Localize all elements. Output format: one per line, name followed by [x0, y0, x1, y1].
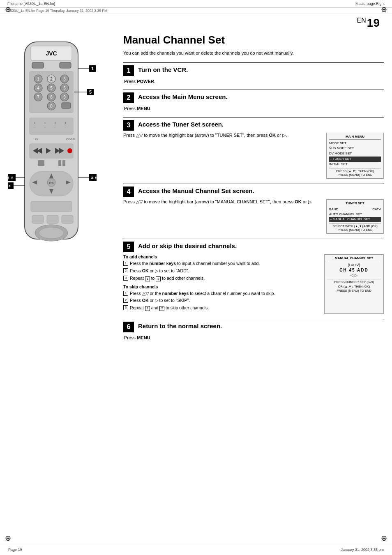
- step-6-period: .: [150, 335, 152, 340]
- svg-text:2 6: 2 6: [8, 184, 11, 188]
- svg-point-60: [39, 227, 64, 239]
- skip-item-3-num: 3: [123, 305, 128, 310]
- svg-rect-27: [30, 118, 73, 134]
- step-2-body: Press MENU.: [123, 105, 384, 112]
- header: Filename [VS30U_1a-EN.fm] Masterpage:Rig…: [0, 0, 392, 8]
- tuner-auto-channel: AUTO CHANNEL SET: [329, 212, 381, 217]
- page-subtitle: You can add the channels you want or del…: [123, 50, 384, 57]
- step-1-period: .: [154, 79, 155, 84]
- main-menu-footer: PRESS (▲,▼), THEN (OK)PRESS (MENU) TO EN…: [329, 168, 381, 177]
- step-3: 3 Access the Tuner Set screen. Press △▽ …: [123, 117, 384, 179]
- svg-text:+: +: [44, 121, 46, 125]
- svg-text:−: −: [34, 126, 36, 130]
- svg-text:3–5: 3–5: [91, 176, 97, 180]
- add-item-2-num: 2: [123, 268, 128, 273]
- svg-rect-57: [47, 215, 58, 223]
- en-label: EN: [357, 17, 366, 24]
- mcs-screen: MANUAL CHANNEL SET (CATV) CH 45 ADD ◁ ▷ …: [324, 254, 384, 314]
- step-5-text: To add channels 1 Press the number keys …: [123, 254, 320, 314]
- svg-text:+: +: [65, 121, 67, 125]
- step-6: 6 Return to the normal screen. Press MEN…: [123, 319, 384, 341]
- step-5-title: Add or skip the desired channels.: [138, 242, 237, 249]
- svg-text:2: 2: [50, 77, 53, 81]
- step-2-period: .: [150, 106, 152, 111]
- tuner-footer: SELECT WITH (▲,▼) AND (OK)PRESS (MENU) T…: [329, 223, 381, 232]
- skip-channels-section: To skip channels 1 Press △▽ or the numbe…: [123, 284, 320, 311]
- mcs-title: MANUAL CHANNEL SET: [327, 256, 381, 261]
- step-4-text: Press △▽ to move the highlight bar (arro…: [123, 199, 322, 205]
- step-1: 1 Turn on the VCR. Press POWER.: [123, 62, 384, 85]
- step-5: 5 Add or skip the desired channels. To a…: [123, 239, 384, 314]
- step-1-body: Press POWER.: [123, 78, 384, 85]
- skip-item-2: 2 Press OK or ▷ to set to "SKIP".: [123, 297, 320, 304]
- footer-date: January 31, 2002 3:35 pm: [341, 548, 384, 552]
- corner-bl: ⊕: [5, 534, 11, 543]
- step-6-num: 6: [123, 322, 134, 332]
- svg-text:5: 5: [50, 86, 53, 90]
- skip-item-2-text: Press OK or ▷ to set to "SKIP".: [130, 297, 190, 304]
- svg-text:−: −: [44, 126, 46, 130]
- svg-rect-55: [31, 201, 72, 212]
- page-title: Manual Channel Set: [123, 34, 384, 46]
- tuner-set-screen: TUNER SET BAND CATV AUTO CHANNEL SET – M…: [326, 199, 384, 234]
- svg-text:4: 4: [37, 86, 39, 90]
- main-menu-title: MAIN MENU: [329, 135, 381, 140]
- svg-rect-46: [58, 160, 61, 166]
- mcs-arrows: ◁ ▷: [327, 273, 381, 277]
- step-1-title: Turn on the VCR.: [138, 65, 188, 73]
- page-footer: Page 19 January 31, 2002 3:35 pm: [0, 544, 392, 555]
- step-4-content: Press △▽ to move the highlight bar (arro…: [123, 199, 384, 234]
- step-3-body: Press △▽ to move the highlight bar (arro…: [123, 133, 322, 138]
- skip-item-3: 3 Repeat 1 and 2 to skip other channels.: [123, 305, 320, 311]
- main-menu-vhs-mode: VHS MODE SET: [329, 146, 381, 151]
- tuner-set-title: TUNER SET: [329, 201, 381, 206]
- main-content: JVC 1 2 3 4 5 6: [0, 30, 392, 350]
- tuner-band-row: BAND CATV: [329, 207, 381, 211]
- add-channels-title: To add channels: [123, 254, 320, 259]
- svg-text:−: −: [54, 126, 56, 130]
- subheader-info: VS30U_1a-EN.fm Page 19 Thursday, January…: [7, 9, 107, 13]
- svg-text:EV: EV: [35, 138, 38, 140]
- svg-text:3: 3: [63, 77, 66, 81]
- step-1-power: POWER: [137, 79, 154, 84]
- svg-rect-56: [32, 215, 44, 223]
- step-3-title: Access the Tuner Set screen.: [138, 120, 224, 128]
- mcs-footer: PRESS NUMBER KEY (0–9)OR (▲,▼), THEN (OK…: [327, 279, 381, 293]
- step-1-press: Press: [124, 79, 137, 84]
- corner-br: ⊕: [381, 534, 387, 543]
- svg-text:OK: OK: [49, 182, 53, 184]
- step-2-menu: MENU: [137, 106, 150, 111]
- step-3-content: Press △▽ to move the highlight bar (arro…: [123, 133, 384, 179]
- corner-tl: ⊕: [5, 5, 11, 14]
- svg-text:3–5: 3–5: [8, 176, 14, 180]
- svg-text:+: +: [54, 121, 56, 125]
- tuner-catv-label: CATV: [372, 207, 381, 211]
- remote-svg: JVC 1 2 3 4 5 6: [8, 38, 97, 268]
- svg-text:9: 9: [63, 95, 66, 99]
- header-masterpage: Masterpage:Right: [355, 2, 385, 6]
- skip-item-1-num: 1: [123, 291, 128, 296]
- skip-item-1: 1 Press △▽ or the number keys to select …: [123, 290, 320, 297]
- add-item-1-text: Press the number keys to input a channel…: [130, 260, 260, 267]
- svg-rect-3: [32, 62, 44, 68]
- svg-rect-45: [38, 160, 44, 166]
- step-2-num: 2: [123, 92, 134, 103]
- main-menu-screen: MAIN MENU MODE SET VHS MODE SET DV MODE …: [326, 133, 384, 179]
- main-menu-initial: INITIAL SET: [329, 162, 381, 167]
- add-channels-section: To add channels 1 Press the number keys …: [123, 254, 320, 281]
- svg-text:0: 0: [50, 104, 53, 108]
- skip-channels-title: To skip channels: [123, 284, 320, 289]
- step-4: 4 Access the Manual Channel Set screen. …: [123, 184, 384, 234]
- step-2: 2 Access the Main Menu screen. Press MEN…: [123, 90, 384, 112]
- step-3-text: Press △▽ to move the highlight bar (arro…: [123, 133, 322, 138]
- mcs-ch-display: CH 45 ADD: [327, 268, 381, 272]
- corner-tr: ⊕: [381, 5, 387, 14]
- svg-rect-26: [62, 103, 71, 108]
- svg-text:8: 8: [50, 95, 53, 99]
- main-menu-mode-set: MODE SET: [329, 141, 381, 146]
- svg-rect-58: [62, 215, 73, 223]
- step-2-press: Press: [124, 106, 137, 111]
- skip-item-3-text: Repeat 1 and 2 to skip other channels.: [130, 305, 209, 311]
- page-number-area: EN19: [0, 14, 392, 30]
- svg-text:6: 6: [63, 86, 66, 90]
